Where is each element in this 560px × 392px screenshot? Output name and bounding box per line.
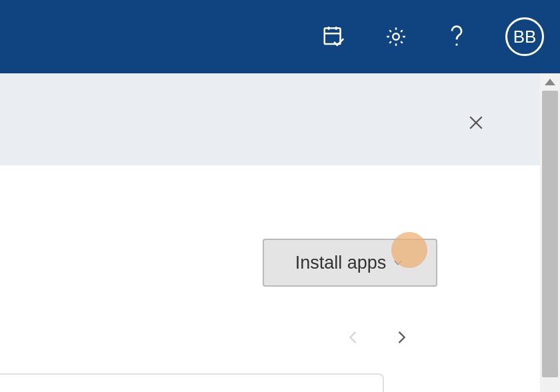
gear-icon[interactable]	[384, 25, 408, 49]
calendar-check-icon[interactable]	[321, 24, 347, 49]
next-button[interactable]	[388, 324, 415, 351]
install-apps-button[interactable]: Install apps	[263, 239, 437, 287]
prev-button	[340, 324, 367, 351]
carousel-nav	[340, 324, 415, 351]
svg-point-4	[393, 33, 399, 40]
notification-banner	[0, 73, 540, 165]
app-header: BB	[0, 0, 560, 73]
chevron-down-icon	[391, 256, 405, 269]
svg-rect-0	[325, 28, 341, 44]
help-icon[interactable]	[445, 23, 468, 51]
svg-point-5	[455, 43, 457, 45]
avatar-initials: BB	[513, 27, 537, 47]
scroll-thumb[interactable]	[542, 91, 558, 377]
install-apps-label: Install apps	[295, 253, 387, 273]
avatar[interactable]: BB	[505, 17, 544, 56]
content-wrapper: Install apps	[0, 73, 560, 392]
vertical-scrollbar[interactable]	[540, 73, 560, 392]
scroll-up-icon[interactable]	[545, 79, 555, 85]
card-top-edge	[0, 373, 384, 392]
content-area: Install apps	[0, 73, 540, 392]
close-icon[interactable]	[463, 109, 489, 136]
